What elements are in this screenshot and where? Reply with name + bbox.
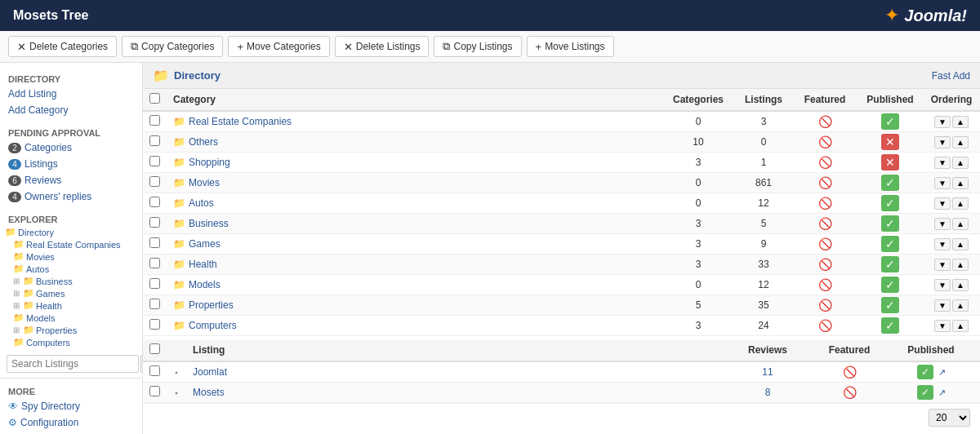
pending-reviews-item[interactable]: 6 Reviews bbox=[0, 172, 142, 188]
search-listings-input[interactable] bbox=[7, 355, 139, 373]
category-link[interactable]: Real Estate Companies bbox=[189, 116, 292, 127]
ordering-down-button[interactable]: ▼ bbox=[934, 136, 951, 148]
fast-add-link[interactable]: Fast Add bbox=[932, 70, 970, 82]
ordering-down-button[interactable]: ▼ bbox=[934, 320, 951, 332]
ordering-up-button[interactable]: ▲ bbox=[952, 279, 969, 291]
add-category-link[interactable]: Add Category bbox=[0, 102, 142, 118]
published-status-icon[interactable]: ✓ bbox=[881, 175, 899, 191]
row-checkbox[interactable] bbox=[149, 115, 160, 126]
listing-featured-icon[interactable]: 🚫 bbox=[843, 365, 857, 379]
category-link[interactable]: Models bbox=[189, 279, 220, 290]
select-all-checkbox[interactable] bbox=[149, 93, 160, 104]
category-link[interactable]: Computers bbox=[189, 320, 237, 331]
tree-item-movies[interactable]: 📁 Movies bbox=[0, 250, 142, 263]
category-link[interactable]: Movies bbox=[189, 177, 220, 188]
listing-published-icon[interactable]: ✓ bbox=[917, 385, 933, 400]
tree-item-games[interactable]: ⊞ 📁 Games bbox=[0, 287, 142, 299]
category-link[interactable]: Properties bbox=[189, 299, 234, 311]
listing-featured-icon[interactable]: 🚫 bbox=[843, 386, 857, 399]
ordering-down-button[interactable]: ▼ bbox=[934, 259, 951, 271]
row-checkbox[interactable] bbox=[149, 135, 160, 146]
ordering-up-button[interactable]: ▲ bbox=[952, 177, 969, 189]
published-status-icon[interactable]: ✓ bbox=[881, 297, 899, 313]
tree-item-models[interactable]: 📁 Models bbox=[0, 312, 142, 324]
pending-owners-replies-item[interactable]: 4 Owners' replies bbox=[0, 188, 142, 205]
add-listing-link[interactable]: Add Listing bbox=[0, 86, 142, 102]
external-link-icon[interactable]: ↗ bbox=[938, 367, 946, 377]
tree-item-health[interactable]: ⊞ 📁 Health bbox=[0, 299, 142, 312]
featured-status-icon[interactable]: 🚫 bbox=[818, 258, 832, 271]
tree-item-real-estate[interactable]: 📁 Real Estate Companies bbox=[0, 238, 142, 250]
category-link[interactable]: Shopping bbox=[189, 157, 230, 168]
row-checkbox[interactable] bbox=[149, 258, 160, 268]
ordering-up-button[interactable]: ▲ bbox=[952, 320, 969, 332]
ordering-down-button[interactable]: ▼ bbox=[934, 116, 951, 128]
featured-status-icon[interactable]: 🚫 bbox=[818, 176, 832, 189]
featured-status-icon[interactable]: 🚫 bbox=[818, 237, 832, 250]
category-link[interactable]: Games bbox=[189, 238, 220, 250]
spy-directory-item[interactable]: 👁 Spy Directory bbox=[0, 398, 142, 414]
published-status-icon[interactable]: ✓ bbox=[881, 277, 899, 293]
row-checkbox[interactable] bbox=[149, 299, 160, 309]
row-checkbox[interactable] bbox=[149, 176, 160, 187]
per-page-select[interactable]: 5 10 15 20 25 30 50 100 bbox=[929, 409, 970, 427]
featured-status-icon[interactable]: 🚫 bbox=[818, 299, 832, 312]
ordering-up-button[interactable]: ▲ bbox=[952, 299, 969, 312]
listing-link[interactable]: Joomlat bbox=[193, 366, 227, 378]
published-status-icon[interactable]: ✓ bbox=[881, 256, 899, 272]
published-status-icon[interactable]: ✕ bbox=[881, 134, 899, 150]
tree-item-directory[interactable]: 📁 Directory bbox=[0, 226, 142, 238]
category-link[interactable]: Health bbox=[189, 259, 217, 270]
listing-published-icon[interactable]: ✓ bbox=[917, 365, 933, 379]
category-link[interactable]: Autos bbox=[189, 197, 214, 209]
listing-row-checkbox[interactable] bbox=[149, 386, 160, 396]
ordering-down-button[interactable]: ▼ bbox=[934, 157, 951, 169]
external-link-icon[interactable]: ↗ bbox=[938, 388, 946, 397]
published-status-icon[interactable]: ✓ bbox=[881, 215, 899, 232]
featured-status-icon[interactable]: 🚫 bbox=[818, 156, 832, 169]
ordering-down-button[interactable]: ▼ bbox=[934, 279, 951, 291]
delete-categories-button[interactable]: ✕ Delete Categories bbox=[8, 36, 117, 57]
tree-item-business[interactable]: ⊞ 📁 Business bbox=[0, 275, 142, 287]
row-checkbox[interactable] bbox=[149, 156, 160, 166]
reviews-count[interactable]: 11 bbox=[762, 366, 773, 378]
ordering-up-button[interactable]: ▲ bbox=[952, 197, 969, 210]
ordering-up-button[interactable]: ▲ bbox=[952, 116, 969, 128]
templates-item[interactable]: ⚙ Templates bbox=[0, 431, 142, 434]
published-status-icon[interactable]: ✓ bbox=[881, 195, 899, 211]
featured-status-icon[interactable]: 🚫 bbox=[818, 278, 832, 291]
pending-listings-item[interactable]: 4 Listings bbox=[0, 156, 142, 172]
row-checkbox[interactable] bbox=[149, 319, 160, 330]
row-checkbox[interactable] bbox=[149, 197, 160, 207]
listing-link[interactable]: Mosets bbox=[193, 387, 225, 398]
published-status-icon[interactable]: ✓ bbox=[881, 113, 899, 130]
move-listings-button[interactable]: + Move Listings bbox=[527, 36, 614, 57]
listing-select-all-checkbox[interactable] bbox=[149, 343, 160, 354]
ordering-down-button[interactable]: ▼ bbox=[934, 177, 951, 189]
category-link[interactable]: Business bbox=[189, 218, 229, 229]
ordering-down-button[interactable]: ▼ bbox=[934, 299, 951, 312]
copy-listings-button[interactable]: ⧉ Copy Listings bbox=[434, 36, 521, 57]
featured-status-icon[interactable]: 🚫 bbox=[818, 319, 832, 332]
move-categories-button[interactable]: + Move Categories bbox=[228, 36, 329, 57]
featured-status-icon[interactable]: 🚫 bbox=[818, 217, 832, 230]
ordering-up-button[interactable]: ▲ bbox=[952, 136, 969, 148]
row-checkbox[interactable] bbox=[149, 278, 160, 289]
pending-categories-item[interactable]: 2 Categories bbox=[0, 140, 142, 156]
published-status-icon[interactable]: ✓ bbox=[881, 317, 899, 334]
featured-status-icon[interactable]: 🚫 bbox=[818, 135, 832, 148]
featured-status-icon[interactable]: 🚫 bbox=[818, 115, 832, 128]
tree-item-properties[interactable]: ⊞ 📁 Properties bbox=[0, 324, 142, 336]
tree-item-autos[interactable]: 📁 Autos bbox=[0, 263, 142, 275]
ordering-down-button[interactable]: ▼ bbox=[934, 197, 951, 210]
configuration-item[interactable]: ⚙ Configuration bbox=[0, 414, 142, 431]
category-link[interactable]: Others bbox=[189, 136, 218, 148]
ordering-down-button[interactable]: ▼ bbox=[934, 238, 951, 250]
ordering-up-button[interactable]: ▲ bbox=[952, 238, 969, 250]
ordering-up-button[interactable]: ▲ bbox=[952, 157, 969, 169]
tree-item-computers[interactable]: 📁 Computers bbox=[0, 336, 142, 348]
published-status-icon[interactable]: ✓ bbox=[881, 236, 899, 252]
ordering-up-button[interactable]: ▲ bbox=[952, 218, 969, 230]
copy-categories-button[interactable]: ⧉ Copy Categories bbox=[122, 36, 223, 57]
delete-listings-button[interactable]: ✕ Delete Listings bbox=[335, 36, 430, 57]
